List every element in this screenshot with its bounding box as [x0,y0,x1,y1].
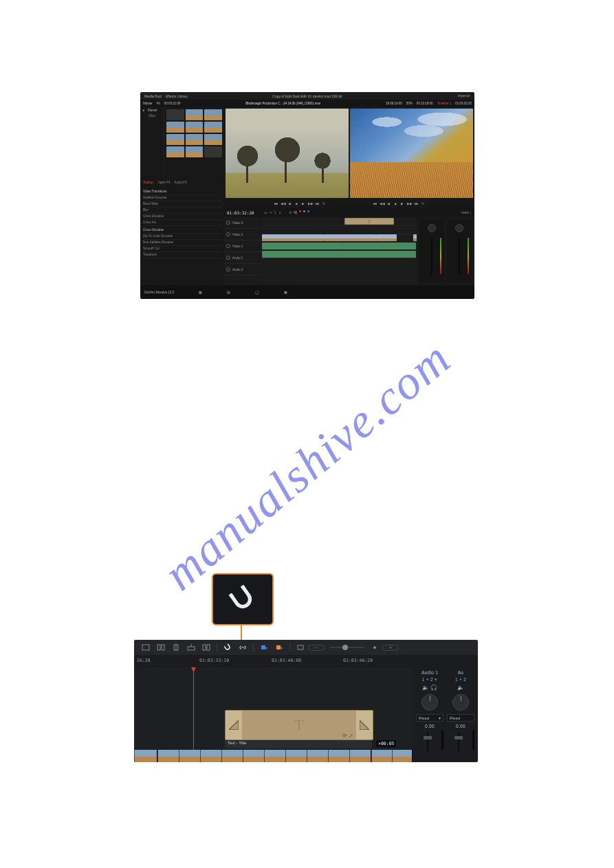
track-options[interactable]: track ♪ [461,210,472,214]
marker-red-icon[interactable] [299,210,301,212]
nav-deliver-icon[interactable]: ▣ [284,291,287,294]
step-fwd-button[interactable]: ▶▶ [308,201,312,205]
video-clip[interactable] [134,750,157,762]
play-reverse-button[interactable]: ◀ [287,201,292,205]
blade-tool-icon[interactable]: ✂ [270,210,272,214]
insert-tool-icon[interactable]: ⤵ [274,210,276,214]
fx-item[interactable]: Transform [143,252,221,258]
step-fwd-button[interactable]: ▶▶ [407,201,411,205]
media-thumb[interactable] [204,122,222,133]
pan-knob[interactable] [421,694,438,711]
fit-label[interactable]: Fit [157,102,160,105]
clip-fade-in-handle[interactable] [226,711,242,739]
speaker-icon[interactable]: 🔈 [457,685,464,691]
transform-icon[interactable] [296,644,305,651]
first-frame-button[interactable]: ⏮ [373,201,377,205]
timeline-clip-audio[interactable] [342,243,416,249]
timeline-clip-video[interactable] [324,234,376,241]
timeline-ruler[interactable]: 26:20 01:03:33:10 01:03:40:00 01:03:46:2… [134,655,478,667]
swap-tool-icon[interactable] [201,644,211,651]
video-clip[interactable] [157,750,371,762]
bin-sub[interactable]: Clips [140,113,164,118]
stop-button[interactable]: ■ [294,201,298,205]
fader[interactable] [459,238,460,274]
snap-magnet-icon[interactable] [223,643,232,652]
tab-effects-library[interactable]: Effects Library [166,94,188,98]
flag-orange-icon[interactable]: ▾ [274,645,284,650]
insert-tool-icon[interactable] [186,644,196,651]
zoom-dot-icon[interactable]: ● [370,644,380,651]
fader[interactable] [431,238,432,274]
tab-toolbox[interactable]: Toolbox [143,181,154,184]
pan-knob[interactable] [452,694,469,711]
mixer-route[interactable]: 1 + 2 ▾ [416,677,443,682]
media-thumb[interactable] [186,122,204,133]
clip-zoom-icon[interactable]: ⤢ [349,733,353,739]
timeline-clip-audio[interactable] [262,243,342,249]
timeline-tracks-area[interactable]: T ⟳ ⤢ Text - Title +00:05 10:16 [134,667,413,762]
stop-button[interactable]: ■ [393,201,397,205]
zoom-in-icon[interactable]: + [382,645,399,651]
pan-knob[interactable] [455,224,463,232]
media-thumb[interactable] [186,109,204,120]
nav-color-icon[interactable]: ◯ [255,291,259,294]
marker-blue-icon[interactable] [307,210,309,212]
flag-blue-icon[interactable]: ▾ [259,645,269,650]
media-thumb[interactable] [166,134,184,145]
fader[interactable] [427,732,428,751]
blade-tool-icon[interactable] [171,644,181,651]
timeline-clip-title[interactable]: T [344,218,394,225]
fx-item[interactable]: Smooth Cut [143,246,221,252]
media-thumb[interactable] [166,146,184,157]
video-clip[interactable] [371,750,413,762]
play-reverse-button[interactable]: ◀ [386,201,391,205]
fader[interactable] [458,732,459,751]
trim-tool-icon[interactable] [156,644,166,651]
track-header[interactable]: Video 2 [224,229,262,241]
tab-media-pool[interactable]: Media Pool [144,94,162,98]
media-thumb[interactable] [204,109,222,120]
step-back-button[interactable]: ◀◀ [380,201,384,205]
fx-item[interactable]: Dip To Color Dissolve [143,234,221,240]
last-frame-button[interactable]: ⏭ [414,201,418,205]
title-clip[interactable]: T ⟳ ⤢ [225,710,373,740]
track-header[interactable]: Video 1 [224,241,262,252]
play-button[interactable]: ▶ [400,201,404,205]
clip-retime-icon[interactable]: ⟳ [342,733,347,739]
first-frame-button[interactable]: ⏮ [274,201,278,205]
link-icon[interactable] [238,644,248,651]
play-button[interactable]: ▶ [301,201,305,205]
timeline-clip-video[interactable] [262,234,324,241]
media-thumb[interactable] [204,134,222,145]
media-thumb[interactable] [166,122,184,133]
tab-openfx[interactable]: Open FX [158,181,171,184]
track-header[interactable]: Video 3 [224,217,262,229]
clip-fade-out-handle[interactable] [356,711,373,739]
bin-master[interactable]: ▸ Master [140,107,164,113]
timeline-name[interactable]: Timeline 1 [437,102,452,105]
timeline-clip-video[interactable] [376,234,397,241]
step-back-button[interactable]: ◀◀ [281,201,285,205]
selection-tool-icon[interactable] [141,644,151,651]
automation-select[interactable]: Read▾ [416,714,443,722]
overwrite-tool-icon[interactable]: ⤓ [278,210,281,214]
nav-edit-icon[interactable]: ▤ [227,291,230,294]
fx-item[interactable]: Blur [143,208,221,214]
marker-green-icon[interactable] [303,210,305,212]
timeline-clip-audio[interactable] [262,251,416,258]
nav-media-icon[interactable]: ▦ [199,291,202,294]
loop-button[interactable]: ↻ [322,201,326,205]
magnet-icon[interactable]: ⧲ [289,210,292,214]
zoom-slider[interactable] [330,647,364,648]
fx-item[interactable]: Additive Dissolve [143,195,221,201]
fx-item[interactable]: Band Wipe [143,201,221,208]
media-thumb[interactable] [186,146,204,157]
fx-item[interactable]: Non-Additive Dissolve [143,240,221,246]
source-viewer[interactable] [226,109,349,198]
tab-inspector[interactable]: Inspector [457,94,470,98]
headphone-icon[interactable]: 🎧 [430,685,437,691]
last-frame-button[interactable]: ⏭ [315,201,319,205]
media-thumb[interactable] [166,109,184,120]
media-thumb[interactable] [204,146,222,157]
pan-knob[interactable] [428,224,436,232]
